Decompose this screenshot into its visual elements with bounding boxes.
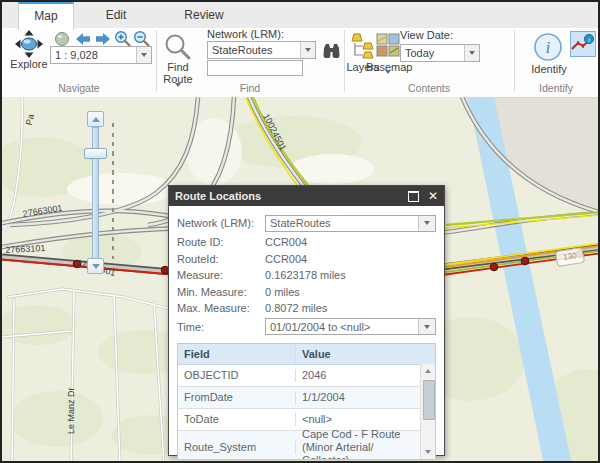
close-icon[interactable]: ✕ <box>428 190 438 202</box>
field-label: Network (LRM): <box>177 217 265 229</box>
field-value: 0.8072 miles <box>265 302 327 314</box>
chevron-down-icon[interactable] <box>136 47 151 63</box>
field-row: Network (LRM): StateRoutes <box>177 214 436 232</box>
layers-button[interactable] <box>351 33 376 64</box>
arrow-left-icon <box>74 31 92 47</box>
svg-text:i: i <box>588 36 590 44</box>
basemap-button[interactable] <box>376 33 401 62</box>
network-lrm-combobox[interactable]: StateRoutes <box>207 41 316 59</box>
group-label-navigate: Navigate <box>2 82 156 94</box>
svg-text:i: i <box>546 39 550 56</box>
field-label: Max. Measure: <box>177 302 265 314</box>
chevron-down-icon[interactable] <box>464 45 479 61</box>
field-label: Route ID: <box>177 236 265 248</box>
field-row: RouteId: CCR004 <box>177 251 436 268</box>
field-label: Measure: <box>177 269 265 281</box>
chevron-down-icon[interactable] <box>418 216 435 231</box>
field-row: Min. Measure: 0 miles <box>177 284 436 301</box>
binoculars-icon <box>322 42 341 58</box>
field-value: 0.1623178 miles <box>265 269 346 281</box>
scroll-up-icon[interactable] <box>421 364 435 378</box>
field-label: Time: <box>177 321 265 333</box>
group-label-find: Find <box>156 82 344 94</box>
field-row: Max. Measure: 0.8072 miles <box>177 300 436 317</box>
table-body: OBJECTID 2046 FromDate 1/1/2004 ToDate <… <box>178 365 435 460</box>
globe-icon <box>54 31 70 47</box>
zoom-in-icon <box>114 30 131 47</box>
app-window: Map Edit Review Explore <box>0 0 600 463</box>
route-locations-dialog: Route Locations ✕ Network (LRM): StateRo… <box>168 185 445 456</box>
find-binoculars-button[interactable] <box>322 42 341 62</box>
tab-review[interactable]: Review <box>160 2 248 28</box>
identify-route-locations-button[interactable]: i <box>570 31 596 57</box>
road-label: 27663101 <box>5 243 46 255</box>
route-info-icon: i <box>571 32 595 56</box>
field-value: CCR004 <box>265 236 307 248</box>
map-scale-combobox[interactable]: 1 : 9,028 <box>50 46 152 64</box>
identify-icon: i <box>533 32 563 62</box>
street-label: Le Manz Dr <box>66 387 76 434</box>
field-label: Min. Measure: <box>177 286 265 298</box>
field-value: CCR004 <box>265 253 307 265</box>
tab-map[interactable]: Map <box>18 2 74 30</box>
slider-zoom-out-button[interactable] <box>87 258 104 274</box>
field-value: 0 miles <box>265 286 300 298</box>
identify-button[interactable]: i <box>533 32 563 66</box>
network-lrm-label: Network (LRM): <box>207 28 284 40</box>
identify-label: Identify <box>530 63 568 75</box>
group-label-contents: Contents <box>344 82 514 94</box>
table-row[interactable]: Route_System Cape Cod - F Route (Minor A… <box>178 431 435 460</box>
scrollbar-thumb[interactable] <box>423 380 435 420</box>
zoom-slider-track[interactable] <box>92 127 99 259</box>
zoom-slider-handle[interactable] <box>84 148 107 159</box>
field-row: Route ID: CCR004 <box>177 234 436 251</box>
scroll-down-icon[interactable] <box>421 445 435 459</box>
tab-edit[interactable]: Edit <box>72 2 160 28</box>
arrow-right-icon <box>94 31 112 47</box>
ribbon: Map Edit Review Explore <box>2 2 598 99</box>
table-header: Field Value <box>178 344 435 365</box>
ribbon-tab-bar: Map Edit Review <box>2 2 598 28</box>
view-date-value: Today <box>401 47 464 59</box>
find-route-label-line1: Find <box>158 61 198 73</box>
field-label: RouteId: <box>177 253 265 265</box>
zoom-out-icon <box>133 30 150 47</box>
map-scale-value: 1 : 9,028 <box>51 49 136 61</box>
table-row[interactable]: FromDate 1/1/2004 <box>178 387 435 409</box>
dialog-title: Route Locations <box>175 190 408 202</box>
dialog-body: Network (LRM): StateRoutes Route ID: CCR… <box>169 206 444 460</box>
slider-zoom-in-button[interactable] <box>87 111 104 127</box>
network-select[interactable]: StateRoutes <box>265 215 436 232</box>
chevron-down-icon[interactable] <box>418 319 435 334</box>
dialog-titlebar[interactable]: Route Locations ✕ <box>169 186 444 206</box>
time-select[interactable]: 01/01/2004 to <null> <box>265 318 436 335</box>
layers-icon <box>351 33 376 60</box>
find-route-input[interactable] <box>207 60 303 76</box>
explore-icon <box>14 29 44 59</box>
column-header-field: Field <box>178 344 296 364</box>
attributes-table: Field Value OBJECTID 2046 FromDate 1/1/2… <box>177 343 436 460</box>
explore-label: Explore <box>4 58 54 70</box>
field-row: Time: 01/01/2004 to <null> <box>177 318 436 336</box>
chevron-down-icon[interactable] <box>300 42 315 58</box>
view-date-label: View Date: <box>400 29 453 41</box>
field-row: Measure: 0.1623178 miles <box>177 267 436 284</box>
view-date-combobox[interactable]: Today <box>400 44 480 62</box>
maximize-icon[interactable] <box>408 191 419 202</box>
basemap-icon <box>376 33 401 58</box>
zoom-slider-ticks <box>112 123 114 259</box>
table-scrollbar[interactable] <box>420 364 435 459</box>
magnifier-icon <box>163 32 193 62</box>
group-label-identify: Identify <box>514 82 598 94</box>
column-header-value: Value <box>296 344 420 364</box>
table-row[interactable]: OBJECTID 2046 <box>178 365 435 387</box>
network-lrm-value: StateRoutes <box>208 44 300 56</box>
